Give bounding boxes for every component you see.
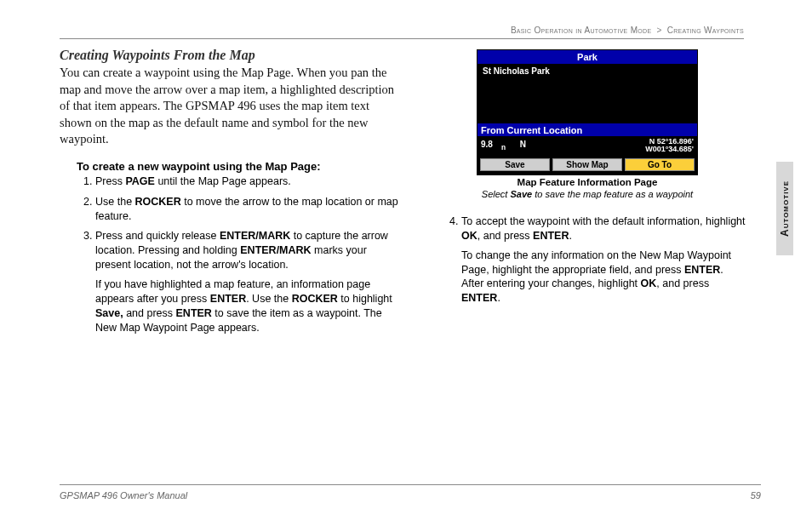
breadcrumb-page: Creating Waypoints: [667, 26, 744, 35]
coord-lon: W001°34.685': [645, 146, 694, 153]
step-text: , and press: [477, 230, 533, 242]
breadcrumb: Basic Operation in Automotive Mode > Cre…: [60, 26, 778, 35]
step-text: until the Map Page appears.: [155, 175, 291, 187]
steps-list-left: Press PAGE until the Map Page appears. U…: [95, 174, 400, 335]
step-text: Press and quickly release: [95, 230, 220, 242]
right-column: Park St Nicholas Park From Current Locat…: [426, 48, 749, 341]
key-name: ROCKER: [135, 196, 181, 208]
key-name: OK: [461, 230, 477, 242]
section-heading: Creating Waypoints From the Map: [60, 48, 400, 63]
left-column: Creating Waypoints From the Map You can …: [60, 48, 400, 341]
key-name: ENTER/MARK: [220, 230, 290, 242]
step-text: Press: [95, 175, 125, 187]
key-name: ENTER: [210, 293, 246, 305]
caption-text: to save the map feature as a waypoint: [532, 189, 693, 199]
key-name: ENTER: [176, 307, 212, 319]
device-button-row: Save Show Map Go To: [477, 156, 697, 174]
device-title-bar: Park: [477, 50, 697, 64]
footer-manual-title: GPSMAP 496 Owner's Manual: [60, 490, 187, 500]
key-name: ROCKER: [292, 293, 338, 305]
device-save-button[interactable]: Save: [480, 158, 550, 171]
step-text: and press: [123, 307, 176, 319]
step-text: .: [497, 292, 500, 304]
step-text: Use the: [95, 196, 135, 208]
step-text: .: [569, 230, 571, 242]
breadcrumb-section: Basic Operation in Automotive Mode: [511, 26, 651, 35]
step-subparagraph: If you have highlighted a map feature, a…: [95, 277, 398, 335]
caption-bold: Save: [510, 189, 532, 199]
divider-top: [60, 38, 744, 39]
device-goto-button[interactable]: Go To: [625, 158, 695, 171]
feature-name: St Nicholas Park: [483, 66, 550, 76]
key-name: ENTER/MARK: [240, 244, 311, 256]
key-name: Save,: [95, 307, 123, 319]
device-body: St Nicholas Park: [477, 64, 697, 123]
page-footer: GPSMAP 496 Owner's Manual 59: [60, 484, 761, 500]
content-columns: Creating Waypoints From the Map You can …: [60, 48, 778, 341]
device-screen: Park St Nicholas Park From Current Locat…: [477, 49, 698, 175]
steps-list-right: To accept the waypoint with the default …: [461, 214, 749, 306]
footer-page-number: 59: [751, 490, 761, 500]
figure-subcaption: Select Save to save the map feature as a…: [477, 189, 698, 199]
breadcrumb-separator: >: [656, 26, 661, 35]
section-tab-label: Automotive: [779, 180, 791, 237]
step-text: . Use the: [246, 293, 292, 305]
step-subparagraph: To change the any information on the New…: [461, 249, 747, 306]
list-item: Use the ROCKER to move the arrow to the …: [95, 195, 400, 224]
distance-heading: 9.8n N: [481, 140, 535, 152]
heading-direction: N: [520, 140, 526, 149]
list-item: To accept the waypoint with the default …: [461, 214, 749, 306]
section-tab: Automotive: [776, 162, 793, 255]
key-name: ENTER: [461, 292, 497, 304]
from-current-location-label: From Current Location: [477, 123, 697, 136]
location-row: 9.8n N N 52°16.896' W001°34.685': [477, 136, 697, 156]
list-item: Press PAGE until the Map Page appears.: [95, 174, 400, 189]
distance-value: 9.8: [481, 140, 493, 149]
key-name: ENTER: [533, 230, 569, 242]
coordinates: N 52°16.896' W001°34.685': [645, 138, 694, 154]
list-item: Press and quickly release ENTER/MARK to …: [95, 229, 400, 334]
key-name: PAGE: [125, 175, 155, 187]
key-name: OK: [641, 277, 657, 289]
device-showmap-button[interactable]: Show Map: [552, 158, 622, 171]
distance-unit: n: [501, 143, 506, 152]
caption-text: Select: [482, 189, 511, 199]
step-text: , and press: [656, 277, 709, 289]
intro-paragraph: You can create a waypoint using the Map …: [60, 65, 400, 148]
manual-page: Basic Operation in Automotive Mode > Cre…: [0, 0, 812, 526]
figure-caption: Map Feature Information Page: [477, 177, 698, 187]
step-text: to highlight: [338, 293, 392, 305]
step-text: To accept the waypoint with the default …: [461, 215, 746, 227]
steps-title: To create a new waypoint using the Map P…: [77, 160, 400, 173]
key-name: ENTER: [684, 264, 720, 276]
device-screenshot: Park St Nicholas Park From Current Locat…: [477, 49, 698, 199]
